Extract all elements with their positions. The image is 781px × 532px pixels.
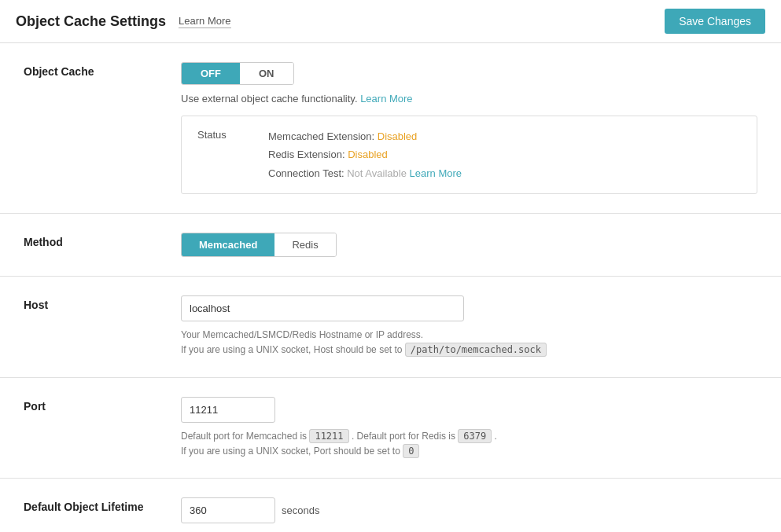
socket-port-badge: 0 xyxy=(403,444,419,458)
toggle-off-button[interactable]: OFF xyxy=(182,63,240,84)
lifetime-input[interactable] xyxy=(181,497,275,523)
port-input[interactable] xyxy=(181,397,275,423)
settings-content: Object Cache OFF ON Use external object … xyxy=(0,43,781,532)
method-memcached-button[interactable]: Memcached xyxy=(182,233,274,256)
page-header: Object Cache Settings Learn More Save Ch… xyxy=(0,0,781,43)
redis-port-badge: 6379 xyxy=(458,429,492,443)
redis-extension-status: Redis Extension: Disabled xyxy=(268,145,462,163)
connection-test-status: Connection Test: Not Available Learn Mor… xyxy=(268,164,462,182)
host-input[interactable] xyxy=(181,295,464,321)
header-left: Object Cache Settings Learn More xyxy=(16,13,231,30)
host-label: Host xyxy=(24,295,181,311)
object-cache-content: OFF ON Use external object cache functio… xyxy=(181,62,757,194)
lifetime-input-row: seconds xyxy=(181,497,757,523)
lifetime-row: Default Object Lifetime seconds Default … xyxy=(0,479,781,532)
port-row: Port Default port for Memcached is 11211… xyxy=(0,378,781,479)
connection-test-learn-more[interactable]: Learn More xyxy=(410,167,462,179)
object-cache-toggle-group: OFF ON xyxy=(181,62,294,85)
port-content: Default port for Memcached is 11211 . De… xyxy=(181,397,757,459)
header-learn-more-link[interactable]: Learn More xyxy=(179,15,230,28)
method-row: Method Memcached Redis xyxy=(0,214,781,277)
object-cache-description: Use external object cache functionality.… xyxy=(181,93,757,105)
save-button[interactable]: Save Changes xyxy=(665,9,765,34)
memcached-extension-value: Disabled xyxy=(378,130,418,142)
toggle-on-button[interactable]: ON xyxy=(240,63,293,84)
object-cache-learn-more-link[interactable]: Learn More xyxy=(360,93,412,105)
status-box: Status Memcached Extension: Disabled Red… xyxy=(181,116,757,194)
host-code-badge: /path/to/memcached.sock xyxy=(405,343,547,357)
method-redis-button[interactable]: Redis xyxy=(274,233,335,256)
lifetime-label: Default Object Lifetime xyxy=(24,497,181,513)
host-input-row xyxy=(181,295,757,321)
port-label: Port xyxy=(24,397,181,413)
port-description: Default port for Memcached is 11211 . De… xyxy=(181,429,757,459)
method-toggle-group: Memcached Redis xyxy=(181,233,337,257)
connection-test-value: Not Available xyxy=(347,167,407,179)
memcached-port-badge: 11211 xyxy=(309,429,348,443)
redis-extension-value: Disabled xyxy=(348,149,388,160)
host-row: Host Your Memcached/LSMCD/Redis Hostname… xyxy=(0,277,781,377)
object-cache-label: Object Cache xyxy=(24,62,181,78)
method-label: Method xyxy=(24,233,181,248)
status-label: Status xyxy=(197,127,245,141)
method-content: Memcached Redis xyxy=(181,233,757,257)
lifetime-suffix: seconds xyxy=(282,504,319,516)
object-cache-row: Object Cache OFF ON Use external object … xyxy=(0,43,781,214)
page-title: Object Cache Settings xyxy=(16,13,166,30)
memcached-extension-status: Memcached Extension: Disabled xyxy=(268,127,462,145)
host-content: Your Memcached/LSMCD/Redis Hostname or I… xyxy=(181,295,757,358)
host-description: Your Memcached/LSMCD/Redis Hostname or I… xyxy=(181,328,757,358)
port-input-row xyxy=(181,397,757,423)
status-lines: Memcached Extension: Disabled Redis Exte… xyxy=(268,127,462,182)
lifetime-content: seconds Default TTL for cached objects. xyxy=(181,497,757,532)
